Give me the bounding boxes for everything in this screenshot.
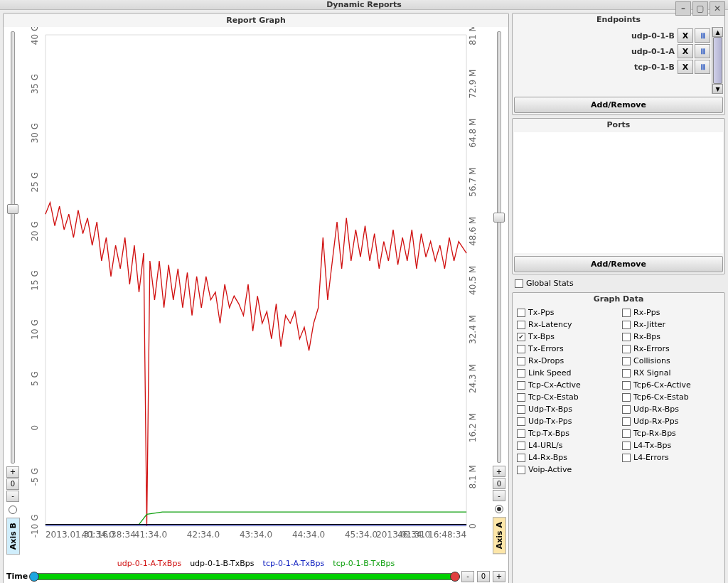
- svg-text:30 G: 30 G: [30, 123, 40, 143]
- svg-text:8.1 M: 8.1 M: [468, 465, 478, 488]
- endpoint-remove-button[interactable]: X: [678, 60, 693, 74]
- endpoints-scrollbar[interactable]: ▲ ▼: [712, 27, 723, 94]
- graph-data-label: Tx-Bps: [528, 332, 555, 341]
- graph-data-label: Udp-Tx-Bps: [528, 405, 572, 414]
- graph-data-checkbox[interactable]: Link Speed: [514, 367, 618, 379]
- graph-data-checkbox[interactable]: Collisions: [619, 355, 723, 367]
- titlebar: Dynamic Reports – ▢ ✕: [0, 0, 728, 10]
- svg-text:41:34.0: 41:34.0: [134, 530, 167, 540]
- plot-area[interactable]: 40 G35 G30 G25 G20 G15 G10 G5 G0-5 G-10 …: [22, 27, 490, 557]
- axis-a-value[interactable]: 0: [493, 478, 505, 489]
- graph-data-label: Udp-Rx-Pps: [633, 417, 678, 426]
- time-zero[interactable]: 0: [477, 571, 490, 582]
- axis-a-minus[interactable]: -: [493, 490, 505, 501]
- time-plus[interactable]: +: [493, 571, 505, 582]
- axis-a-plus[interactable]: +: [493, 466, 505, 477]
- right-pane: Endpoints udp-0-1-BX⏸udp-0-1-AX⏸tcp-0-1-…: [512, 13, 725, 583]
- graph-data-checkbox[interactable]: Rx-Jitter: [619, 319, 723, 331]
- axis-b-radio[interactable]: [9, 506, 17, 514]
- graph-data-checkbox[interactable]: Tx-Pps: [514, 306, 618, 319]
- time-minus[interactable]: -: [461, 571, 474, 582]
- svg-text:10 G: 10 G: [30, 319, 40, 339]
- svg-text:16.2 M: 16.2 M: [468, 413, 478, 442]
- graph-data-checkbox[interactable]: Tcp-Cx-Active: [514, 379, 618, 391]
- minimize-button[interactable]: –: [675, 1, 691, 16]
- svg-text:0: 0: [30, 425, 40, 431]
- axis-b-slider[interactable]: [11, 31, 15, 464]
- svg-text:24.3 M: 24.3 M: [468, 364, 478, 393]
- axis-b-plus[interactable]: +: [6, 466, 19, 478]
- graph-data-checkbox[interactable]: Tcp-Rx-Bps: [619, 427, 723, 439]
- axis-b-minus[interactable]: -: [6, 491, 19, 502]
- axis-b-value[interactable]: 0: [6, 478, 19, 490]
- svg-text:44:34.0: 44:34.0: [292, 530, 325, 540]
- legend-item: tcp-0-1-B-TxBps: [333, 559, 395, 568]
- ports-title: Ports: [513, 119, 724, 131]
- endpoint-pause-button[interactable]: ⏸: [695, 28, 710, 43]
- endpoint-label: udp-0-1-B: [631, 31, 675, 41]
- graph-data-label: Rx-Pps: [633, 308, 660, 317]
- graph-data-checkbox[interactable]: Tx-Bps: [514, 331, 618, 343]
- graph-data-checkbox[interactable]: Tcp-Tx-Bps: [514, 427, 618, 439]
- time-knob-start[interactable]: [29, 572, 39, 582]
- graph-data-label: Tx-Pps: [528, 308, 555, 317]
- graph-data-checkbox[interactable]: Rx-Drops: [514, 355, 618, 367]
- global-stats-checkbox[interactable]: Global Stats: [512, 277, 725, 289]
- endpoint-pause-button[interactable]: ⏸: [695, 60, 710, 74]
- graph-data-panel: Graph Data Tx-PpsRx-LatencyTx-BpsTx-Erro…: [512, 292, 725, 583]
- graph-data-checkbox[interactable]: RX Signal: [619, 367, 723, 379]
- graph-data-checkbox[interactable]: Udp-Rx-Bps: [619, 403, 723, 415]
- window-title: Dynamic Reports: [326, 0, 402, 9]
- svg-text:-5 G: -5 G: [30, 468, 40, 486]
- graph-data-checkbox[interactable]: Rx-Latency: [514, 319, 618, 331]
- graph-data-label: Collisions: [633, 356, 670, 365]
- svg-text:20 G: 20 G: [30, 221, 40, 241]
- graph-data-checkbox[interactable]: Rx-Bps: [619, 331, 723, 343]
- graph-data-checkbox[interactable]: Udp-Tx-Bps: [514, 403, 618, 415]
- graph-data-checkbox[interactable]: L4-URL/s: [514, 439, 618, 451]
- axis-a-radio[interactable]: [495, 505, 503, 513]
- endpoint-remove-button[interactable]: X: [678, 28, 693, 43]
- graph-data-label: L4-Tx-Bps: [633, 441, 671, 450]
- graph-data-checkbox[interactable]: Tx-Errors: [514, 343, 618, 355]
- svg-text:40 G: 40 G: [30, 27, 40, 45]
- svg-text:40.5 M: 40.5 M: [468, 266, 478, 295]
- graph-data-label: Rx-Drops: [528, 356, 564, 365]
- graph-pane: Report Graph + 0 - Axis B: [3, 13, 509, 583]
- graph-data-checkbox[interactable]: Udp-Tx-Pps: [514, 415, 618, 427]
- graph-data-checkbox[interactable]: L4-Tx-Bps: [619, 439, 723, 451]
- graph-data-checkbox[interactable]: L4-Errors: [619, 451, 723, 464]
- svg-text:64.8 M: 64.8 M: [468, 119, 478, 148]
- time-slider[interactable]: [31, 573, 459, 580]
- graph-data-checkbox[interactable]: Voip-Active: [514, 464, 618, 476]
- endpoints-panel: Endpoints udp-0-1-BX⏸udp-0-1-AX⏸tcp-0-1-…: [512, 13, 725, 115]
- endpoint-remove-button[interactable]: X: [678, 44, 693, 58]
- graph-data-label: Rx-Latency: [528, 320, 572, 329]
- graph-data-label: Link Speed: [528, 368, 572, 378]
- graph-data-checkbox[interactable]: Rx-Pps: [619, 306, 723, 319]
- endpoint-pause-button[interactable]: ⏸: [695, 44, 710, 58]
- svg-text:15 G: 15 G: [30, 270, 40, 290]
- legend: udp-0-1-A-TxBpsudp-0-1-B-TxBpstcp-0-1-A-…: [4, 557, 508, 569]
- axis-a-slider-column: + 0 - Axis A: [490, 27, 508, 557]
- endpoints-add-remove-button[interactable]: Add/Remove: [514, 97, 723, 113]
- graph-data-label: L4-URL/s: [528, 441, 562, 450]
- svg-text:43:34.0: 43:34.0: [240, 530, 272, 540]
- axis-a-slider[interactable]: [497, 31, 501, 463]
- graph-title: Report Graph: [4, 14, 508, 27]
- graph-data-checkbox[interactable]: L4-Rx-Bps: [514, 451, 618, 464]
- graph-data-checkbox[interactable]: Rx-Errors: [619, 343, 723, 355]
- graph-data-label: Udp-Rx-Bps: [633, 405, 679, 414]
- time-knob-end[interactable]: [450, 572, 460, 582]
- svg-text:72.9 M: 72.9 M: [468, 70, 478, 99]
- graph-data-checkbox[interactable]: Tcp-Cx-Estab: [514, 391, 618, 403]
- graph-data-checkbox[interactable]: Tcp6-Cx-Estab: [619, 391, 723, 403]
- graph-data-checkbox[interactable]: Tcp6-Cx-Active: [619, 379, 723, 391]
- maximize-button[interactable]: ▢: [692, 1, 708, 16]
- scroll-up-icon[interactable]: ▲: [712, 27, 723, 37]
- close-window-button[interactable]: ✕: [710, 1, 725, 16]
- ports-add-remove-button[interactable]: Add/Remove: [514, 256, 723, 272]
- scroll-down-icon[interactable]: ▼: [712, 84, 723, 94]
- svg-text:35 G: 35 G: [30, 74, 40, 94]
- graph-data-checkbox[interactable]: Udp-Rx-Pps: [619, 415, 723, 427]
